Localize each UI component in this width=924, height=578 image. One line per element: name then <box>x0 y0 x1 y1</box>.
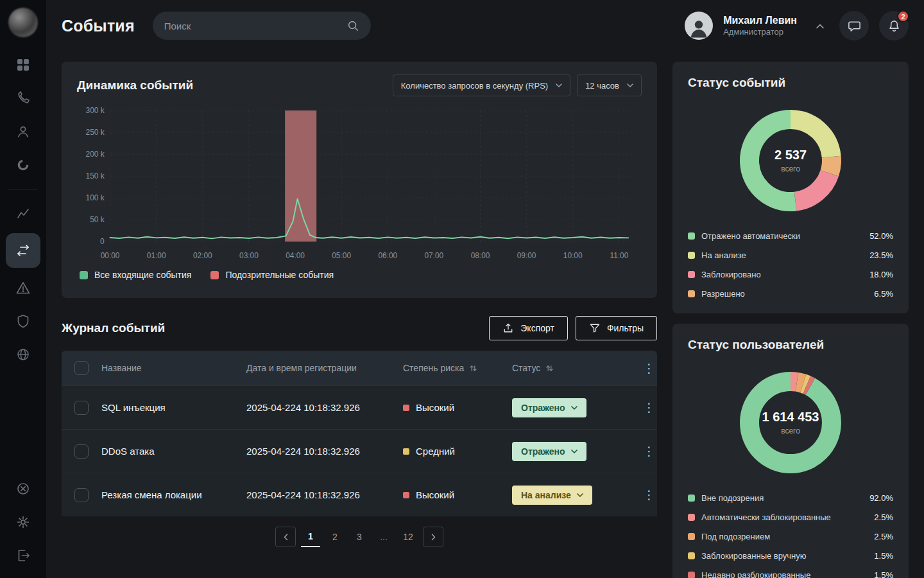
users-status-title: Статус пользователей <box>688 338 893 352</box>
legend-label: Вне подозрения <box>701 493 764 503</box>
legend-dot <box>688 495 695 502</box>
search-input[interactable] <box>164 21 340 31</box>
sidebar-item-users[interactable] <box>7 118 39 145</box>
legend-value: 1.5% <box>874 570 893 578</box>
events-status-legend: Отражено автоматически 52.0% На анализе … <box>688 227 893 302</box>
user-avatar[interactable] <box>685 12 713 40</box>
chevron-up-icon <box>816 24 824 29</box>
risk-label: Высокий <box>416 402 454 413</box>
column-header-date: Дата и время регистрации <box>246 363 403 373</box>
legend-dot <box>688 271 695 278</box>
legend-value: 92.0% <box>869 493 893 503</box>
legend-dot <box>688 533 695 540</box>
row-checkbox[interactable] <box>74 488 89 502</box>
notifications-badge: 2 <box>897 10 909 22</box>
filter-icon <box>589 322 601 334</box>
pagination-prev-button[interactable] <box>275 527 296 547</box>
sidebar-item-network[interactable] <box>7 341 39 368</box>
time-range-select[interactable]: 12 часов <box>577 74 642 96</box>
chat-bubble-icon <box>848 19 861 33</box>
legend-label: Автоматически заблокированные <box>701 512 831 522</box>
legend-value: 6.5% <box>874 289 893 299</box>
right-column: Статус событий 2 537 всего Отражено авто… <box>672 62 909 578</box>
user-menu-toggle[interactable] <box>811 17 829 35</box>
topbar-right: Михаил Левин Администратор 2 <box>685 11 909 40</box>
pagination-next-button[interactable] <box>423 527 443 547</box>
pagination-page-1[interactable]: 1 <box>301 527 320 547</box>
legend-label: Все входящие события <box>94 270 191 280</box>
risk-indicator <box>403 405 409 411</box>
row-checkbox[interactable] <box>74 401 89 415</box>
events-status-card: Статус событий 2 537 всего Отражено авто… <box>672 62 909 313</box>
chevron-left-icon <box>284 534 288 541</box>
legend-label: Отражено автоматически <box>701 231 800 241</box>
legend-label: Недавно разблокированные <box>701 570 810 578</box>
avatar-placeholder-icon <box>688 17 710 39</box>
pagination-page-3[interactable]: 3 <box>350 527 369 547</box>
row-menu-button[interactable]: ⋮ <box>635 487 657 502</box>
legend-value: 23.5% <box>869 250 893 260</box>
svg-text:06:00: 06:00 <box>378 251 397 260</box>
row-menu-button[interactable]: ⋮ <box>635 444 657 459</box>
users-status-donut: 1 614 453 всего <box>734 366 847 479</box>
export-button-label: Экспорт <box>520 323 554 333</box>
person-icon <box>16 125 30 139</box>
legend-row: Под подозрением 2.5% <box>688 528 893 545</box>
globe-icon <box>16 347 30 362</box>
svg-text:300 k: 300 k <box>86 106 105 115</box>
sidebar-item-dashboard[interactable] <box>7 51 39 78</box>
row-checkbox[interactable] <box>74 444 89 459</box>
sidebar-item-analytics[interactable] <box>7 200 39 227</box>
risk-indicator <box>403 448 409 455</box>
pagination-page-2[interactable]: 2 <box>325 527 345 547</box>
row-menu-button[interactable]: ⋮ <box>635 400 657 415</box>
sidebar-item-blocked[interactable] <box>7 475 39 502</box>
sidebar-item-calls[interactable] <box>7 85 39 112</box>
metric-select[interactable]: Количество запросов в секунду (RPS) <box>393 74 570 96</box>
select-all-checkbox[interactable] <box>74 361 89 375</box>
search-icon <box>346 19 359 32</box>
column-header-status[interactable]: Статус <box>512 363 635 373</box>
sidebar-item-security[interactable] <box>7 308 39 335</box>
legend-label: На анализе <box>701 250 746 260</box>
notifications-button[interactable]: 2 <box>879 11 909 40</box>
topbar: События Михаил Левин Администратор 2 <box>46 0 924 51</box>
legend-value: 2.5% <box>874 512 893 522</box>
sidebar-item-alerts[interactable] <box>7 274 39 301</box>
export-button[interactable]: Экспорт <box>489 316 568 340</box>
svg-text:0: 0 <box>100 237 105 246</box>
svg-text:02:00: 02:00 <box>193 251 212 260</box>
filters-button[interactable]: Фильтры <box>576 316 657 340</box>
column-header-risk[interactable]: Степень риска <box>403 363 512 373</box>
events-total: 2 537 <box>774 148 807 162</box>
sidebar-divider <box>8 189 38 189</box>
svg-text:07:00: 07:00 <box>425 251 444 260</box>
legend-value: 18.0% <box>869 270 893 279</box>
status-dropdown[interactable]: Отражено <box>512 398 586 417</box>
sidebar-item-settings[interactable] <box>7 509 39 536</box>
search-bar <box>153 12 371 40</box>
events-dynamics-title: Динамика событий <box>77 78 193 92</box>
export-icon <box>502 322 514 334</box>
status-dropdown[interactable]: Отражено <box>512 442 586 461</box>
table-menu-button[interactable]: ⋮ <box>635 361 657 376</box>
sidebar-item-events[interactable] <box>6 233 40 268</box>
legend-dot <box>688 572 695 578</box>
pagination-page-12[interactable]: 12 <box>398 527 418 547</box>
table-row: DDoS атака 2025-04-224 10:18:32.926 Сред… <box>62 429 657 473</box>
messages-button[interactable] <box>839 11 869 40</box>
dashboard-grid-icon <box>16 58 30 72</box>
status-dropdown[interactable]: На анализе <box>512 486 592 505</box>
events-table: Название Дата и время регистрации Степен… <box>62 351 657 516</box>
phone-icon <box>16 91 30 105</box>
events-total-caption: всего <box>781 164 800 173</box>
sidebar-item-reports[interactable] <box>7 152 39 179</box>
logout-icon <box>16 548 30 563</box>
legend-row: Автоматически заблокированные 2.5% <box>688 509 893 525</box>
transfer-arrows-icon <box>16 243 30 258</box>
user-name: Михаил Левин <box>723 14 797 27</box>
app-logo[interactable] <box>8 8 38 37</box>
sidebar-item-logout[interactable] <box>7 542 39 569</box>
donut-center: 1 614 453 всего <box>734 366 847 479</box>
legend-dot <box>688 290 695 297</box>
